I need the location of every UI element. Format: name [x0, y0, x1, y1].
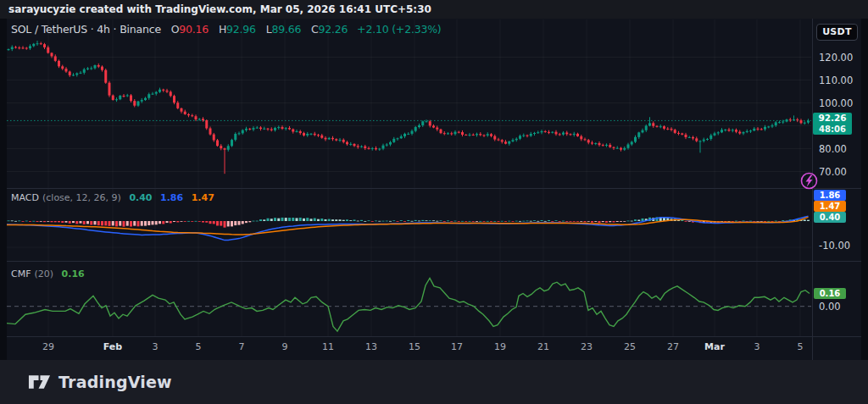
cmf-params: (20): [35, 268, 54, 279]
open-value: 90.16: [179, 23, 209, 36]
currency-toggle-button[interactable]: USDT: [816, 24, 858, 41]
last-price-value: 92.26: [813, 113, 852, 124]
macd-hist-badge: 0.40: [814, 212, 846, 223]
macd-params: (close, 12, 26, 9): [42, 192, 121, 203]
close-label: C: [311, 23, 319, 36]
last-price-badge: 92.26 48:06: [813, 113, 852, 135]
time-axis[interactable]: [7, 336, 812, 360]
macd-signal-value: 1.47: [192, 192, 214, 203]
cmf-legend: CMF(20) 0.16: [11, 268, 85, 279]
macd-signal-badge: 1.47: [814, 201, 846, 212]
cmf-badge: 0.16: [814, 288, 846, 299]
high-label: H: [219, 23, 226, 36]
macd-line-badge: 1.86: [814, 190, 846, 201]
low-value: 89.66: [271, 23, 301, 36]
cmf-value: 0.16: [62, 268, 85, 279]
macd-line-value: 1.86: [160, 192, 183, 203]
close-value: 92.26: [319, 23, 348, 36]
tradingview-snapshot: sarayucyzie created with TradingView.com…: [0, 0, 868, 404]
bar-countdown: 48:06: [813, 124, 852, 135]
macd-legend: MACD(close, 12, 26, 9) 0.40 1.86 1.47: [11, 192, 214, 203]
macd-hist-value: 0.40: [129, 192, 152, 203]
high-value: 92.96: [226, 23, 256, 36]
cmf-title[interactable]: CMF: [11, 268, 31, 279]
symbol-title[interactable]: SOL / TetherUS · 4h · Binance: [11, 23, 161, 36]
open-label: O: [171, 23, 180, 36]
macd-title[interactable]: MACD: [11, 192, 39, 203]
tradingview-brand-text[interactable]: TradingView: [58, 373, 172, 391]
symbol-legend: SOL / TetherUS · 4h · Binance O90.16 H92…: [11, 23, 442, 36]
change-value: +2.10 (+2.33%): [357, 23, 441, 36]
footer-bar: TradingView: [0, 360, 868, 404]
tradingview-logo-icon[interactable]: [28, 372, 51, 392]
